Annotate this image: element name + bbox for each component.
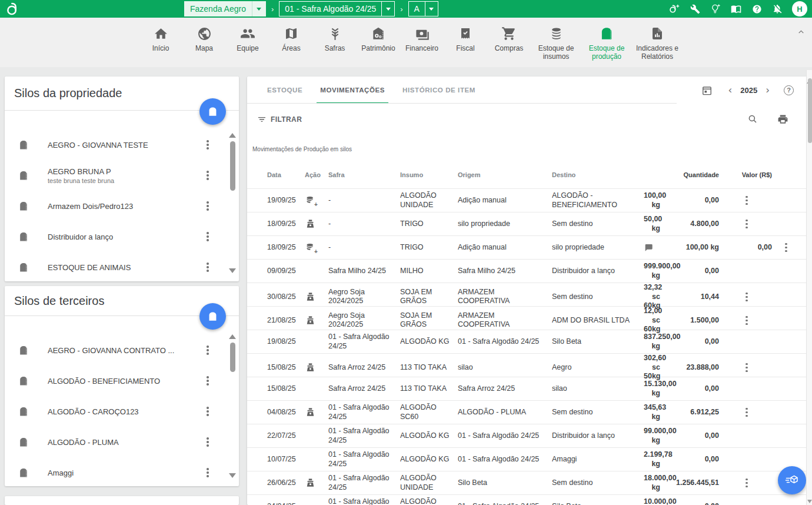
- aegro-logo-icon[interactable]: [6, 2, 19, 16]
- item-menu-button[interactable]: [202, 201, 213, 211]
- nav-item-equipe[interactable]: Equipe: [226, 25, 269, 53]
- silo-list-item[interactable]: AEGRO - GIOVANNA TESTE: [5, 129, 239, 160]
- cell-destino: silo propriedade: [552, 243, 644, 252]
- book-icon[interactable]: [730, 3, 742, 15]
- table-row[interactable]: 18/09/25 + - TRIGO Adição manual silo pr…: [247, 235, 807, 259]
- row-menu-button[interactable]: [741, 293, 752, 302]
- row-menu-button[interactable]: [781, 243, 791, 252]
- help-icon[interactable]: [751, 3, 763, 15]
- next-year-icon[interactable]: ›: [766, 85, 770, 95]
- row-menu-button[interactable]: [741, 408, 752, 417]
- silo-list-item[interactable]: Amaggi: [5, 457, 239, 486]
- nav-item-estoque-producao[interactable]: Estoque de produção: [581, 25, 632, 61]
- silo-list-item[interactable]: Armazem Dois/Pedro123: [5, 191, 239, 221]
- user-avatar[interactable]: H: [792, 1, 807, 16]
- row-menu-button[interactable]: [741, 316, 752, 325]
- page-scrollbar[interactable]: [806, 70, 812, 505]
- table-row[interactable]: 30/08/25 + Aegro Soja 2024/2025 SOJA EM …: [247, 283, 807, 306]
- move-production-fab[interactable]: [778, 466, 806, 494]
- nav-item-financeiro[interactable]: Financeiro: [400, 25, 444, 53]
- table-row[interactable]: 15/08/25 + Safra Arroz 24/25 113 TIO TAK…: [247, 353, 807, 377]
- item-menu-button[interactable]: [202, 376, 213, 386]
- print-icon[interactable]: [777, 114, 788, 125]
- filter-button[interactable]: FILTRAR: [257, 115, 302, 124]
- row-menu-button[interactable]: [741, 479, 752, 488]
- silo-list-item[interactable]: Distribuidor a lanço: [5, 221, 239, 252]
- nav-item-safras[interactable]: Safras: [313, 25, 357, 53]
- add-silo-button[interactable]: [199, 303, 226, 330]
- tab-estoque[interactable]: ESTOQUE: [267, 77, 302, 104]
- scroll-up-icon[interactable]: [229, 133, 236, 138]
- previous-year-icon[interactable]: ‹: [728, 85, 732, 95]
- cell-acao: +: [305, 291, 328, 303]
- table-row[interactable]: 09/09/25 + Safra Milho 24/25 MILHO Safra…: [247, 259, 807, 283]
- cell-destino: Sem destino: [552, 479, 644, 488]
- table-row[interactable]: 26/06/25 + 01 - Safra Algodão 24/25 ALGO…: [247, 471, 807, 494]
- item-menu-button[interactable]: [202, 171, 213, 180]
- silo-list-item[interactable]: ALGODÃO - PLUMA: [5, 427, 239, 457]
- nav-item-areas[interactable]: Áreas: [269, 25, 313, 53]
- table-row[interactable]: 18/09/25 + - TRIGO silo propriedade Sem …: [247, 212, 807, 235]
- scroll-up-icon[interactable]: [229, 334, 236, 339]
- wrench-icon[interactable]: [689, 3, 701, 15]
- scroll-down-icon[interactable]: [807, 500, 812, 503]
- table-row[interactable]: 10/07/25 + 01 - Safra Algodão 24/25 ALGO…: [247, 447, 807, 471]
- nav-item-fiscal[interactable]: Fiscal: [444, 25, 487, 53]
- collapse-nav-icon[interactable]: [797, 28, 805, 36]
- aegro-plus-icon[interactable]: [668, 3, 680, 15]
- item-menu-button[interactable]: [202, 232, 213, 241]
- table-row[interactable]: 24/04/25 + 01 - Safra Algodão 24/25 ALGO…: [247, 494, 807, 505]
- add-silo-button[interactable]: [199, 98, 226, 125]
- silo-list-item[interactable]: ALGODÃO - BENEFICIAMENTO: [5, 366, 239, 396]
- table-row[interactable]: 19/08/25 + 01 - Safra Algodão 24/25 ALGO…: [247, 330, 807, 353]
- nav-item-mapa[interactable]: Mapa: [182, 25, 226, 53]
- chevron-down-icon[interactable]: [252, 1, 266, 16]
- season-selector[interactable]: 01 - Safra Algodão 24/25: [279, 1, 395, 16]
- scroll-down-icon[interactable]: [229, 268, 236, 273]
- item-menu-button[interactable]: [202, 345, 213, 355]
- item-menu-button[interactable]: [202, 263, 213, 272]
- silo-list-item[interactable]: ALGODÃO - CAROÇO123: [5, 396, 239, 427]
- scroll-thumb[interactable]: [230, 343, 235, 372]
- item-menu-button[interactable]: [202, 437, 213, 447]
- chevron-down-icon[interactable]: [381, 2, 394, 16]
- silo-list-item[interactable]: AEGRO - GIOVANNA CONTRATO ...: [5, 335, 239, 366]
- item-menu-button[interactable]: [202, 140, 213, 149]
- nav-item-inicio[interactable]: Início: [139, 25, 182, 53]
- unit-selector[interactable]: A: [408, 1, 438, 16]
- table-row[interactable]: 19/09/25 + - ALGODÃO UNIDADE Adição manu…: [247, 188, 807, 212]
- table-row[interactable]: 21/08/25 + Aegro Soja 2024/2025 SOJA EM …: [247, 306, 807, 330]
- nav-item-estoque-insumos[interactable]: Estoque de insumos: [531, 25, 581, 61]
- search-icon[interactable]: [747, 114, 758, 125]
- list-scrollbar[interactable]: [228, 334, 237, 478]
- calendar-icon[interactable]: [701, 85, 713, 96]
- help-icon[interactable]: ?: [784, 85, 794, 95]
- table-row[interactable]: 15/08/25 + Safra Arroz 24/25 113 TIO TAK…: [247, 377, 807, 400]
- farm-selector[interactable]: Fazenda Aegro: [184, 1, 266, 16]
- lightbulb-icon[interactable]: [710, 3, 721, 15]
- silo-list-item[interactable]: ESTOQUE DE ANIMAIS: [5, 252, 239, 281]
- silo-list-item[interactable]: AEGRO BRUNA P teste bruna teste bruna: [5, 160, 239, 191]
- scroll-thumb[interactable]: [230, 141, 235, 191]
- tab-historico-item[interactable]: HISTÓRICO DE ITEM: [402, 77, 475, 104]
- nav-item-patrimonio[interactable]: Patrimônio: [357, 25, 400, 53]
- tab-movimentacoes[interactable]: MOVIMENTAÇÕES: [320, 77, 385, 104]
- row-menu-button[interactable]: [741, 220, 752, 229]
- cell-safra: 01 - Safra Algodão 24/25: [328, 450, 400, 469]
- table-row[interactable]: 22/07/25 + 01 - Safra Algodão 24/25 ALGO…: [247, 424, 807, 447]
- nav-item-compras[interactable]: Compras: [487, 25, 531, 53]
- row-menu-button[interactable]: [741, 363, 752, 373]
- chevron-down-icon[interactable]: [425, 2, 438, 16]
- add-stock-icon: +: [305, 242, 316, 253]
- scroll-thumb[interactable]: [808, 78, 812, 143]
- nav-item-indicadores[interactable]: Indicadores e Relatórios: [632, 25, 683, 61]
- item-menu-button[interactable]: [202, 468, 213, 477]
- item-menu-button[interactable]: [202, 407, 213, 416]
- table-row[interactable]: 04/08/25 + 01 - Safra Algodão 24/25 ALGO…: [247, 400, 807, 424]
- scroll-down-icon[interactable]: [229, 473, 236, 478]
- row-menu-button[interactable]: [741, 196, 752, 205]
- comment-icon[interactable]: [644, 243, 661, 252]
- notifications-off-icon[interactable]: [771, 3, 783, 15]
- cell-quantidade: 345,63 kg: [644, 403, 661, 421]
- list-scrollbar[interactable]: [228, 133, 237, 273]
